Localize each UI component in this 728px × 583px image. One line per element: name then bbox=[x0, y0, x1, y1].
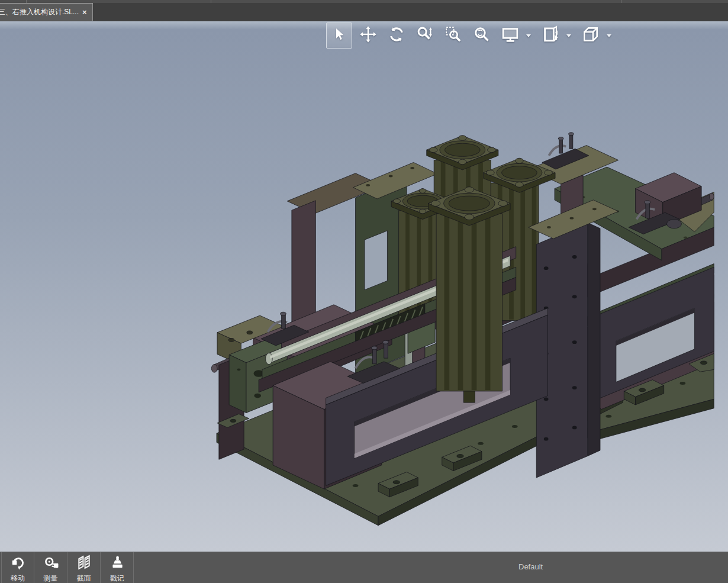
move-icon bbox=[9, 555, 26, 572]
zoom-area-icon bbox=[444, 25, 462, 46]
viewport-3d[interactable] bbox=[0, 21, 728, 552]
sheet-arrows-icon bbox=[541, 25, 560, 46]
configuration-label: Default bbox=[518, 562, 543, 571]
section-button-label: 截面 bbox=[77, 574, 91, 583]
view-modes-dropdown-caret[interactable] bbox=[566, 34, 571, 37]
pan-tool-button[interactable] bbox=[358, 22, 378, 49]
pan-arrows-icon bbox=[359, 25, 377, 46]
section-icon bbox=[76, 555, 92, 572]
monitor-icon bbox=[501, 25, 520, 46]
3d-model[interactable] bbox=[0, 21, 728, 552]
move-button-label: 移动 bbox=[11, 574, 25, 583]
full-screen-tool-button[interactable] bbox=[500, 22, 520, 49]
standard-views-dropdown-caret[interactable] bbox=[607, 34, 611, 37]
zoom-area-tool-button[interactable] bbox=[443, 22, 463, 49]
full-screen-dropdown-caret[interactable] bbox=[526, 34, 531, 37]
zoom-fit-tool-button[interactable] bbox=[472, 22, 492, 49]
tab-close-icon[interactable]: × bbox=[82, 8, 87, 16]
cube-icon bbox=[581, 25, 600, 46]
stamp-button-label: 戳记 bbox=[110, 574, 124, 583]
edrawings-window: 三、右推入机构设计.SL... × bbox=[0, 0, 728, 583]
view-toolbar bbox=[326, 22, 621, 49]
document-tab-title: 三、右推入机构设计.SL... bbox=[0, 7, 79, 17]
command-bar: 移动 测量 bbox=[0, 552, 728, 583]
cursor-arrow-icon bbox=[332, 27, 346, 44]
stamp-button[interactable]: 戳记 bbox=[101, 552, 134, 583]
stamp-icon bbox=[109, 555, 125, 572]
tab-bar: 三、右推入机构设计.SL... × bbox=[0, 3, 728, 21]
zoom-tool-button[interactable] bbox=[415, 22, 435, 49]
measure-button-label: 测量 bbox=[44, 574, 58, 583]
rotate-arrows-icon bbox=[388, 25, 405, 46]
standard-views-tool-button[interactable] bbox=[581, 22, 601, 49]
measure-button[interactable]: 测量 bbox=[34, 552, 67, 583]
move-button[interactable]: 移动 bbox=[1, 552, 34, 583]
section-button[interactable]: 截面 bbox=[67, 552, 101, 583]
rotate-tool-button[interactable] bbox=[386, 22, 407, 49]
view-modes-tool-button[interactable] bbox=[540, 22, 561, 49]
zoom-updown-icon bbox=[416, 25, 434, 46]
measure-icon bbox=[43, 555, 59, 572]
select-tool-button[interactable] bbox=[326, 22, 352, 49]
document-tab[interactable]: 三、右推入机构设计.SL... × bbox=[0, 3, 93, 21]
zoom-fit-icon bbox=[473, 25, 491, 46]
